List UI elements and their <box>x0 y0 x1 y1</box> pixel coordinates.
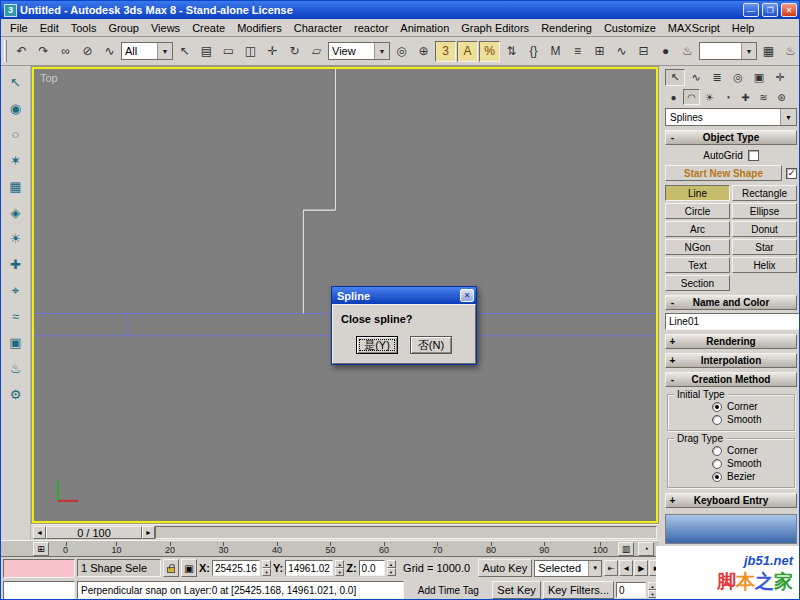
menu-item[interactable]: reactor <box>348 20 394 36</box>
shape-button[interactable]: Text <box>665 257 730 273</box>
coord-x-input[interactable] <box>212 560 260 576</box>
menu-item[interactable]: Help <box>726 20 761 36</box>
motion-tab-icon[interactable]: ◎ <box>728 69 748 86</box>
angle-snap-icon[interactable]: A <box>457 41 478 62</box>
select-and-link-icon[interactable]: ∞ <box>55 41 76 62</box>
snaps-toggle-icon[interactable]: 3 <box>435 41 456 62</box>
select-and-manipulate-icon[interactable]: ⊕ <box>413 41 434 62</box>
systems-category-icon[interactable]: ⊛ <box>773 89 790 105</box>
maxscript-mini-listener[interactable] <box>3 559 75 578</box>
time-slider-prev-icon[interactable]: ◄ <box>33 526 46 539</box>
hierarchy-tab-icon[interactable]: ≣ <box>707 69 727 86</box>
geometry-tab-icon[interactable]: ◉ <box>4 97 28 120</box>
helpers-category-icon[interactable]: ✚ <box>737 89 754 105</box>
close-icon[interactable]: ✕ <box>781 3 797 17</box>
add-time-tag[interactable]: Add Time Tag <box>406 585 490 596</box>
show-curves-toggle-icon[interactable]: ⊞ <box>33 542 49 556</box>
spinner-snap-icon[interactable]: ⇅ <box>501 41 522 62</box>
utilities-tab-icon[interactable]: ⚙ <box>4 383 28 406</box>
shape-button[interactable]: Line <box>665 185 730 201</box>
helpers-tab-icon[interactable]: ✚ <box>4 253 28 276</box>
maximize-icon[interactable]: ❐ <box>762 3 778 17</box>
menu-item[interactable]: Edit <box>34 20 65 36</box>
minimize-icon[interactable]: — <box>743 3 759 17</box>
menu-item[interactable]: Graph Editors <box>455 20 535 36</box>
rollout-interpolation[interactable]: + Interpolation <box>665 353 797 368</box>
shape-button[interactable]: Section <box>665 275 730 291</box>
rollout-object-type[interactable]: - Object Type <box>665 130 797 145</box>
shape-button[interactable]: Arc <box>665 221 730 237</box>
spinner-icon[interactable]: ▲▼ <box>387 560 396 576</box>
track-bar-ruler[interactable]: 0102030405060708090100 <box>49 541 618 556</box>
align-icon[interactable]: ≡ <box>567 41 588 62</box>
compounds-tab-icon[interactable]: ◈ <box>4 201 28 224</box>
time-slider-track[interactable] <box>155 526 657 539</box>
lights-tab-icon[interactable]: ☀ <box>4 227 28 250</box>
initial-type-radio[interactable]: Corner <box>712 401 794 412</box>
shapes-tab-icon[interactable]: ○ <box>4 123 28 146</box>
render-type-icon[interactable]: ▦ <box>758 41 779 62</box>
spinner-icon[interactable]: ▲▼ <box>335 560 344 576</box>
render-preset-dropdown[interactable]: ▼ <box>699 42 757 60</box>
rectangular-selection-region-icon[interactable]: ▭ <box>218 41 239 62</box>
curve-editor-icon[interactable]: ∿ <box>611 41 632 62</box>
lights-category-icon[interactable]: ☀ <box>701 89 718 105</box>
star-shape-tab-icon[interactable]: ✶ <box>4 149 28 172</box>
viewport-label[interactable]: Top <box>40 72 58 84</box>
grid-tab-icon[interactable]: ▦ <box>4 175 28 198</box>
target-tab-icon[interactable]: ⌖ <box>4 279 28 302</box>
layer-manager-icon[interactable]: ⊞ <box>589 41 610 62</box>
open-mini-curve-editor-icon[interactable]: ▥ <box>618 542 634 556</box>
initial-type-radio[interactable]: Smooth <box>712 414 794 425</box>
utilities-panel-tab-icon[interactable]: ✛ <box>770 69 790 86</box>
rollout-rendering[interactable]: + Rendering <box>665 334 797 349</box>
mirror-icon[interactable]: M <box>545 41 566 62</box>
menu-item[interactable]: Group <box>102 20 145 36</box>
shape-button[interactable]: Donut <box>732 221 797 237</box>
spinner-icon[interactable]: ▲▼ <box>262 560 271 576</box>
coord-y-input[interactable] <box>285 560 333 576</box>
start-new-shape-checkbox[interactable]: ✓ <box>786 168 797 179</box>
select-and-rotate-icon[interactable]: ↻ <box>284 41 305 62</box>
go-to-start-icon[interactable]: ⇤ <box>604 560 618 576</box>
shape-button[interactable]: Ellipse <box>732 203 797 219</box>
drag-type-radio[interactable]: Corner <box>712 445 794 456</box>
menu-item[interactable]: MAXScript <box>662 20 726 36</box>
modify-tab-icon[interactable]: ∿ <box>686 69 706 86</box>
rollout-creation-method[interactable]: - Creation Method <box>665 372 797 387</box>
current-frame-input[interactable] <box>616 582 646 598</box>
material-editor-icon[interactable]: ● <box>655 41 676 62</box>
redo-icon[interactable]: ↷ <box>33 41 54 62</box>
shape-button[interactable]: Rectangle <box>732 185 797 201</box>
start-new-shape-button[interactable]: Start New Shape <box>665 165 782 181</box>
yes-button[interactable]: 是(Y) <box>356 336 398 354</box>
display-tab-icon[interactable]: ▣ <box>4 331 28 354</box>
rollout-name-and-color[interactable]: - Name and Color <box>665 295 797 310</box>
space-warps-category-icon[interactable]: ≋ <box>755 89 772 105</box>
schematic-view-icon[interactable]: ⊟ <box>633 41 654 62</box>
render-scene-icon[interactable]: ♨ <box>677 41 698 62</box>
auto-key-button[interactable]: Auto Key <box>478 559 533 577</box>
percent-snap-icon[interactable]: % <box>479 41 500 62</box>
absolute-mode-toggle-icon[interactable]: ▣ <box>181 559 197 577</box>
rollout-keyboard-entry[interactable]: + Keyboard Entry <box>665 493 797 508</box>
select-and-move-icon[interactable]: ✛ <box>262 41 283 62</box>
geometry-category-icon[interactable]: ● <box>665 89 682 105</box>
create-tab-icon[interactable]: ↖ <box>665 69 685 86</box>
selection-filter-dropdown[interactable]: All ▼ <box>121 42 173 60</box>
previous-frame-icon[interactable]: ◄ <box>619 560 633 576</box>
undo-icon[interactable]: ↶ <box>11 41 32 62</box>
select-arrow-tab-icon[interactable]: ↖ <box>4 71 28 94</box>
shape-button[interactable]: Helix <box>732 257 797 273</box>
menu-item[interactable]: Modifiers <box>231 20 288 36</box>
menu-item[interactable]: Rendering <box>535 20 598 36</box>
time-slider-handle[interactable]: 0 / 100 <box>46 526 142 539</box>
select-object-icon[interactable]: ↖ <box>174 41 195 62</box>
shape-button[interactable]: Circle <box>665 203 730 219</box>
play-icon[interactable]: ▶ <box>634 560 648 576</box>
time-configuration-icon[interactable]: ◔ <box>638 542 654 556</box>
autogrid-checkbox[interactable] <box>748 150 759 161</box>
selection-lock-icon[interactable] <box>163 559 179 577</box>
shapes-category-icon[interactable]: ◠ <box>683 89 700 105</box>
dialog-titlebar[interactable]: Spline ✕ <box>332 287 476 304</box>
